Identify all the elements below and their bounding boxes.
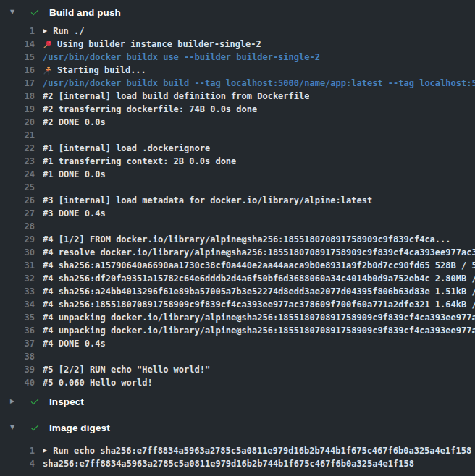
log-line: 17/usr/bin/docker buildx build --tag loc… (0, 77, 475, 90)
log-line-text: /usr/bin/docker buildx build --tag local… (43, 78, 475, 88)
check-success-icon (30, 7, 40, 17)
line-number[interactable]: 20 (0, 117, 35, 127)
log-line-text: #4 sha256:185518070891758909c9f839cf4ca3… (43, 299, 475, 310)
expand-arrow-icon[interactable]: ▶ (43, 28, 47, 34)
section-header-build-and-push[interactable]: ▼Build and push (0, 4, 475, 20)
log-text: #4 unpacking docker.io/library/alpine@sh… (43, 326, 475, 336)
line-number[interactable]: 28 (0, 221, 35, 231)
log-line: 22#1 [internal] load .dockerignore (0, 142, 475, 155)
log-line: 36#4 unpacking docker.io/library/alpine@… (0, 324, 475, 337)
log-text: #5 0.060 Hello world! (43, 378, 153, 388)
log-text: #2 DONE 0.0s (43, 117, 106, 127)
section-log-body: 1▶Run ./14Using builder instance builder… (0, 20, 475, 394)
log-line: 33#4 sha256:a24bb4013296f61e89ba57005a7b… (0, 285, 475, 298)
line-number[interactable]: 17 (0, 78, 35, 88)
section-title: Image digest (49, 422, 110, 433)
log-line: 34#4 sha256:185518070891758909c9f839cf4c… (0, 298, 475, 311)
log-line: 39#5 [2/2] RUN echo "Hello world!" (0, 363, 475, 376)
chevron-down-icon[interactable]: ▼ (10, 425, 19, 430)
log-text: #3 DONE 0.4s (43, 208, 106, 218)
line-number[interactable]: 29 (0, 234, 35, 245)
log-line: 40#5 0.060 Hello world! (0, 376, 475, 389)
chevron-down-icon[interactable]: ▼ (10, 9, 19, 15)
log-text: #4 unpacking docker.io/library/alpine@sh… (43, 313, 475, 323)
line-number[interactable]: 35 (0, 313, 35, 323)
log-line: 28 (0, 220, 475, 233)
log-line: 27#3 DONE 0.4s (0, 207, 475, 220)
line-number[interactable]: 23 (0, 156, 35, 166)
line-number[interactable]: 27 (0, 208, 35, 218)
log-line-text: Using builder instance builder-single-2 (57, 39, 261, 49)
log-text: #1 transferring context: 2B 0.0s done (43, 156, 236, 166)
line-number[interactable]: 38 (0, 352, 35, 362)
line-number[interactable]: 30 (0, 247, 35, 258)
log-line: 24#1 DONE 0.0s (0, 168, 475, 181)
log-line: 37#4 DONE 0.4s (0, 337, 475, 350)
log-line-text: #4 unpacking docker.io/library/alpine@sh… (43, 326, 475, 336)
log-text: #1 [internal] load .dockerignore (43, 143, 210, 153)
line-number[interactable]: 40 (0, 378, 35, 388)
chevron-right-icon[interactable]: ▶ (10, 399, 19, 404)
line-number[interactable]: 24 (0, 169, 35, 179)
line-number[interactable]: 22 (0, 143, 35, 153)
log-line-text: #1 DONE 0.0s (43, 169, 106, 179)
line-number[interactable]: 1 (0, 26, 35, 36)
log-text: #3 [internal] load metadata for docker.i… (43, 195, 372, 205)
log-line: 19#2 transferring dockerfile: 74B 0.0s d… (0, 103, 475, 116)
line-number[interactable]: 18 (0, 91, 35, 101)
line-number[interactable]: 15 (0, 52, 35, 62)
log-line: 32#4 sha256:df20fa9351a15782c64e6dddb2d4… (0, 272, 475, 285)
line-number[interactable]: 4 (0, 459, 35, 469)
line-number[interactable]: 14 (0, 39, 35, 49)
pushpin-icon (43, 40, 52, 49)
log-line-text: sha256:e7ff8834a5963a2785c5a0811e979d16b… (43, 459, 414, 469)
log-text: #4 [1/2] FROM docker.io/library/alpine@s… (43, 234, 451, 245)
line-number[interactable]: 16 (0, 65, 35, 75)
log-text: #4 sha256:185518070891758909c9f839cf4ca3… (43, 299, 475, 310)
log-line-text: /usr/bin/docker buildx use --builder bui… (43, 52, 320, 62)
log-line-text: #5 [2/2] RUN echo "Hello world!" (43, 365, 210, 375)
line-number[interactable]: 34 (0, 299, 35, 310)
line-number[interactable]: 25 (0, 182, 35, 192)
log-text: ▶Run echo sha256:e7ff8834a5963a2785c5a08… (43, 446, 471, 456)
log-line: 1▶Run echo sha256:e7ff8834a5963a2785c5a0… (0, 444, 475, 457)
log-line: 4sha256:e7ff8834a5963a2785c5a0811e979d16… (0, 457, 475, 470)
log-text: #2 transferring dockerfile: 74B 0.0s don… (43, 104, 257, 114)
log-line: 31#4 sha256:a15790640a6690aa1730c38cf0a4… (0, 259, 475, 272)
section-header-image-digest[interactable]: ▼Image digest (0, 420, 475, 435)
workflow-log-viewer: ▼Build and push1▶Run ./14Using builder i… (0, 4, 475, 475)
section-log-body: 1▶Run echo sha256:e7ff8834a5963a2785c5a0… (0, 435, 475, 475)
log-line-text: #2 DONE 0.0s (43, 117, 106, 127)
log-text: #4 DONE 0.4s (43, 339, 106, 349)
line-number[interactable]: 26 (0, 195, 35, 205)
line-number[interactable]: 32 (0, 273, 35, 284)
line-number[interactable]: 19 (0, 104, 35, 114)
line-number[interactable]: 33 (0, 286, 35, 297)
line-number[interactable]: 1 (0, 446, 35, 456)
log-line: 30#4 resolve docker.io/library/alpine@sh… (0, 246, 475, 259)
log-line-text: #4 sha256:df20fa9351a15782c64e6dddb2d4a6… (43, 273, 475, 284)
log-line: 25 (0, 181, 475, 194)
log-line-text: #1 transferring context: 2B 0.0s done (43, 156, 236, 166)
log-line: 18#2 [internal] load build definition fr… (0, 90, 475, 103)
log-line: 16Starting build... (0, 64, 475, 77)
log-text: Starting build... (43, 65, 146, 75)
log-line-text: #3 DONE 0.4s (43, 208, 106, 218)
log-line: 38 (0, 350, 475, 363)
log-line-text: #4 DONE 0.4s (43, 339, 106, 349)
log-text: #4 sha256:a24bb4013296f61e89ba57005a7b3e… (43, 286, 475, 297)
section-header-inspect[interactable]: ▶Inspect (0, 394, 475, 409)
log-text: ▶Run ./ (43, 26, 85, 36)
line-number[interactable]: 37 (0, 339, 35, 349)
line-number[interactable]: 31 (0, 260, 35, 271)
log-line-text: #2 [internal] load build definition from… (43, 91, 309, 101)
line-number[interactable]: 21 (0, 130, 35, 140)
log-text: #4 resolve docker.io/library/alpine@sha2… (43, 247, 475, 258)
log-line-text: #1 [internal] load .dockerignore (43, 143, 210, 153)
line-number[interactable]: 39 (0, 365, 35, 375)
log-line-text: #4 unpacking docker.io/library/alpine@sh… (43, 313, 475, 323)
line-number[interactable]: 36 (0, 326, 35, 336)
log-line-text: Run echo sha256:e7ff8834a5963a2785c5a081… (53, 446, 471, 456)
log-line: 20#2 DONE 0.0s (0, 116, 475, 129)
expand-arrow-icon[interactable]: ▶ (43, 448, 47, 454)
